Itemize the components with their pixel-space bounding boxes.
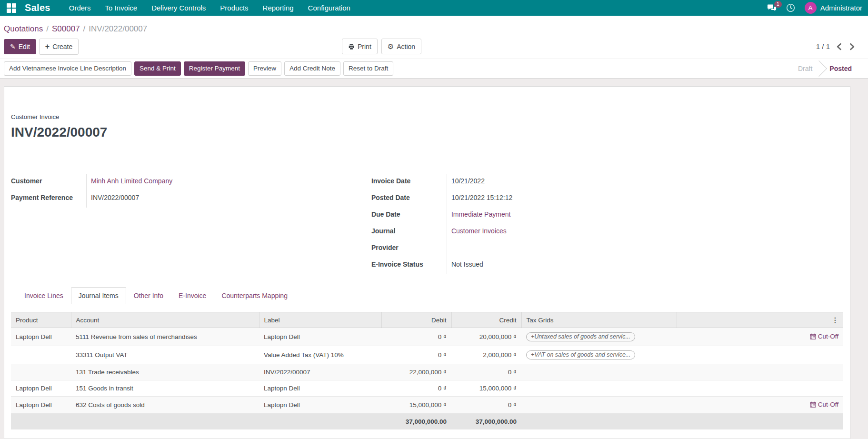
field-value-journal[interactable]: Customer Invoices (447, 224, 734, 241)
send-print-button[interactable]: Send & Print (134, 61, 181, 76)
table-row[interactable]: 33311 Output VATValue Added Tax (VAT) 10… (11, 346, 843, 364)
nav-item-configuration[interactable]: Configuration (301, 0, 358, 16)
cell-account: 151 Goods in transit (71, 380, 259, 397)
field-label-customer: Customer (11, 174, 86, 191)
journal-items-table: ProductAccountLabelDebitCreditTax Grids⋮… (11, 312, 843, 429)
tab-invoice-lines[interactable]: Invoice Lines (17, 287, 71, 304)
pager: 1 / 1 (816, 42, 863, 51)
reset-to-draft-button[interactable]: Reset to Draft (343, 61, 393, 76)
status-widget: DraftPosted (789, 59, 860, 78)
cell-label: INV/2022/00007 (259, 364, 381, 380)
cell-credit: 15,000,000 ₫ (451, 380, 521, 397)
cell-label: Laptopn Dell (259, 397, 381, 414)
user-name: Administrator (820, 4, 862, 12)
field-label-invoice-date: Invoice Date (371, 174, 447, 191)
cell-debit: 0 ₫ (381, 380, 451, 397)
edit-button[interactable]: ✎ Edit (4, 39, 36, 54)
print-button[interactable]: Print (342, 39, 378, 54)
cell-product (11, 346, 71, 364)
cell-debit: 22,000,000 ₫ (381, 364, 451, 380)
field-value-customer[interactable]: Minh Anh Limited Company (86, 174, 371, 191)
nav-item-products[interactable]: Products (213, 0, 255, 16)
statusbar: Add Vietnamese Invoice Line DescriptionS… (0, 59, 868, 79)
breadcrumb-item-inv-2022-00007: INV/2022/00007 (89, 24, 147, 34)
calendar-icon (810, 333, 816, 339)
create-button[interactable]: + Create (39, 39, 79, 55)
table-footer: 37,000,000.00 37,000,000.00 (11, 414, 843, 430)
preview-button[interactable]: Preview (248, 61, 281, 76)
cell-tax-grids (521, 397, 677, 414)
cell-account: 632 Costs of goods sold (71, 397, 259, 414)
nav-item-reporting[interactable]: Reporting (256, 0, 301, 16)
pager-count: 1 / 1 (816, 42, 830, 50)
field-value-provider (447, 241, 734, 258)
invoice-number-title: INV/2022/00007 (11, 125, 843, 140)
field-row-invoice-date: Invoice Date10/21/2022 (371, 174, 734, 191)
column-header-extra[interactable]: ⋮ (677, 312, 843, 328)
cut-off-label: Cut-Off (818, 333, 838, 340)
column-header-product[interactable]: Product (11, 312, 71, 328)
messages-count-badge: 1 (774, 1, 782, 8)
totals-row: 37,000,000.00 37,000,000.00 (11, 414, 843, 430)
column-header-label[interactable]: Label (259, 312, 381, 328)
column-header-debit[interactable]: Debit (381, 312, 451, 328)
table-row[interactable]: Laptopn Dell632 Costs of goods soldLapto… (11, 397, 843, 414)
field-value-e-invoice-status: Not Issued (447, 258, 734, 274)
field-row-journal: JournalCustomer Invoices (371, 224, 734, 241)
cell-debit: 0 ₫ (381, 328, 451, 346)
tab-counterparts-mapping[interactable]: Counterparts Mapping (214, 287, 295, 304)
activity-button[interactable] (786, 3, 795, 12)
action-button[interactable]: ⚙ Action (381, 39, 421, 54)
breadcrumb-item-s00007[interactable]: S00007 (52, 24, 80, 34)
add-credit-note-button[interactable]: Add Credit Note (284, 61, 340, 76)
add-vietnamese-invoice-line-description-button[interactable]: Add Vietnamese Invoice Line Description (4, 61, 131, 76)
cell-account: 5111 Revenue from sales of merchandises (71, 328, 259, 346)
cell-product: Laptopn Dell (11, 397, 71, 414)
pager-previous-icon[interactable] (835, 42, 843, 51)
print-action-group: Print ⚙ Action (342, 39, 421, 54)
table-row[interactable]: Laptopn Dell5111 Revenue from sales of m… (11, 328, 843, 346)
tab-journal-items[interactable]: Journal Items (71, 287, 126, 304)
control-panel: ✎ Edit + Create Print ⚙ Action 1 / 1 (0, 36, 868, 59)
cell-cutoff (677, 380, 843, 397)
field-label-e-invoice-status: E-Invoice Status (371, 258, 447, 274)
status-arrow-separator (811, 60, 827, 77)
tab-e-invoice[interactable]: E-Invoice (171, 287, 214, 304)
table-row[interactable]: 131 Trade receivablesINV/2022/0000722,00… (11, 364, 843, 380)
cell-cutoff: Cut-Off (677, 328, 843, 346)
app-brand[interactable]: Sales (25, 2, 50, 13)
pager-next-icon[interactable] (848, 42, 857, 51)
field-row-due-date: Due DateImmediate Payment (371, 208, 734, 224)
register-payment-button[interactable]: Register Payment (184, 61, 245, 76)
breadcrumb-item-quotations[interactable]: Quotations (4, 24, 43, 34)
cut-off-label: Cut-Off (818, 401, 838, 408)
cut-off-link[interactable]: Cut-Off (810, 401, 838, 408)
nav-item-to-invoice[interactable]: To Invoice (98, 0, 145, 16)
statusbar-buttons: Add Vietnamese Invoice Line DescriptionS… (4, 61, 396, 76)
tab-other-info[interactable]: Other Info (126, 287, 171, 304)
nav-item-delivery-controls[interactable]: Delivery Controls (144, 0, 213, 16)
cell-product: Laptopn Dell (11, 380, 71, 397)
cut-off-link[interactable]: Cut-Off (810, 333, 838, 340)
column-header-account[interactable]: Account (71, 312, 259, 328)
cell-credit: 0 ₫ (451, 364, 521, 380)
field-label-provider: Provider (371, 241, 447, 258)
table-row[interactable]: Laptopn Dell151 Goods in transitLaptopn … (11, 380, 843, 397)
column-header-credit[interactable]: Credit (451, 312, 521, 328)
notebook-tabs: Invoice LinesJournal ItemsOther InfoE-In… (11, 287, 843, 304)
cell-credit: 2,000,000 ₫ (451, 346, 521, 364)
field-label-posted-date: Posted Date (371, 191, 447, 208)
field-group-right: Invoice Date10/21/2022Posted Date10/21/2… (371, 174, 843, 274)
field-value-due-date[interactable]: Immediate Payment (447, 208, 734, 224)
cell-label: Laptopn Dell (259, 328, 381, 346)
field-row-payment-reference: Payment ReferenceINV/2022/00007 (11, 191, 371, 208)
messages-button[interactable]: 1 (767, 4, 777, 12)
user-menu[interactable]: A Administrator (805, 2, 862, 14)
toggle-columns-icon[interactable]: ⋮ (832, 316, 838, 324)
tax-grid-tag: +Untaxed sales of goods and servic... (526, 332, 635, 341)
field-groups: CustomerMinh Anh Limited CompanyPayment … (11, 174, 843, 274)
apps-grid-icon[interactable] (7, 3, 16, 13)
column-header-tax-grids[interactable]: Tax Grids (521, 312, 677, 328)
nav-item-orders[interactable]: Orders (62, 0, 98, 16)
breadcrumb-separator: / (83, 24, 86, 34)
